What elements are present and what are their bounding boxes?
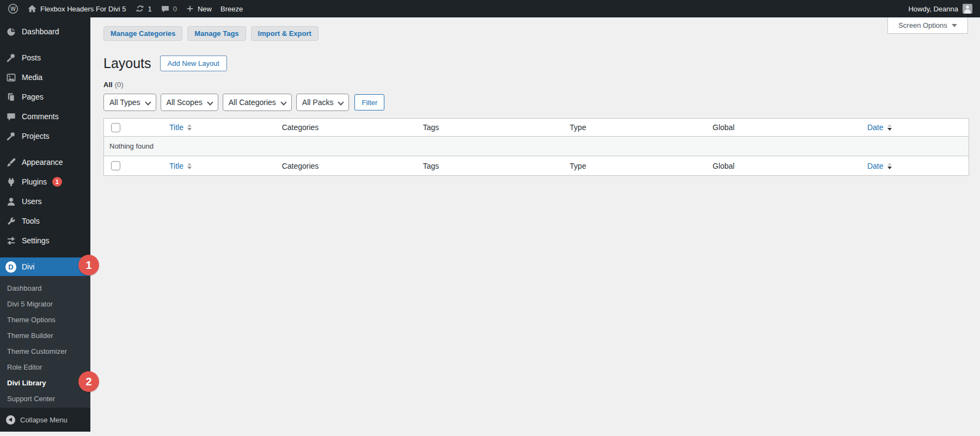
submenu-item-label: Theme Builder — [7, 331, 53, 340]
sidebar-item-label: Users — [22, 197, 42, 206]
sidebar-item-media[interactable]: Media — [0, 67, 90, 87]
sidebar-item-pages[interactable]: Pages — [0, 87, 90, 107]
screen-options-label: Screen Options — [898, 21, 947, 29]
chevron-down-icon — [207, 99, 213, 105]
divi-submenu: Dashboard Divi 5 Migrator Theme Options … — [0, 276, 90, 412]
pages-icon — [5, 91, 16, 102]
submenu-item-label: Divi 5 Migrator — [7, 300, 53, 308]
sidebar-item-label: Projects — [22, 132, 50, 140]
annotation-step-1-badge: 1 — [78, 255, 99, 275]
library-toolbar: Manage Categories Manage Tags Import & E… — [103, 26, 969, 41]
sort-by-title[interactable]: Title — [169, 162, 192, 170]
updates-icon — [135, 4, 145, 14]
dashboard-icon — [5, 26, 16, 37]
breeze-label: Breeze — [220, 5, 243, 13]
sidebar-item-label: Appearance — [22, 158, 63, 167]
sidebar-item-dashboard[interactable]: Dashboard — [0, 22, 90, 41]
update-count: 1 — [148, 5, 152, 13]
collapse-menu-label: Collapse Menu — [20, 416, 68, 424]
column-date-label: Date — [867, 123, 884, 132]
account-menu[interactable]: Howdy, Deanna — [908, 4, 972, 14]
collapse-arrow-icon — [6, 415, 15, 425]
user-icon — [5, 196, 16, 207]
sidebar-item-posts[interactable]: Posts — [0, 48, 90, 67]
table-footer-row: Title Categories Tags Type Global Date — [104, 156, 969, 176]
import-export-button[interactable]: Import & Export — [251, 26, 318, 41]
submenu-item-label: Dashboard — [7, 284, 42, 292]
select-all-checkbox[interactable] — [111, 123, 120, 132]
sidebar-item-projects[interactable]: Projects — [0, 126, 90, 146]
submenu-item-label: Theme Customizer — [7, 347, 67, 355]
comments-bubble-icon — [161, 4, 170, 14]
packs-filter-value: All Packs — [302, 98, 334, 107]
column-date-label: Date — [867, 162, 884, 170]
media-icon — [5, 72, 16, 83]
screen-options-button[interactable]: Screen Options — [887, 17, 968, 34]
add-new-layout-button[interactable]: Add New Layout — [160, 56, 227, 71]
sidebar-item-appearance[interactable]: Appearance — [0, 152, 90, 172]
sidebar-item-settings[interactable]: Settings — [0, 231, 90, 250]
types-filter-select[interactable]: All Types — [103, 94, 156, 111]
comments-icon — [5, 111, 16, 122]
categories-filter-select[interactable]: All Categories — [223, 94, 292, 111]
column-title-label: Title — [169, 123, 183, 132]
plugins-update-badge: 1 — [52, 177, 62, 187]
submenu-item-theme-customizer[interactable]: Theme Customizer — [0, 343, 90, 359]
collapse-menu-button[interactable]: Collapse Menu — [0, 408, 90, 432]
layouts-table: Title Categories Tags Type Global Date — [103, 118, 969, 176]
sort-by-date[interactable]: Date — [867, 162, 892, 170]
site-name: Flexbox Headers For Divi 5 — [40, 5, 126, 13]
site-name-link[interactable]: Flexbox Headers For Divi 5 — [27, 4, 126, 14]
sidebar-item-divi[interactable]: D Divi — [0, 257, 90, 276]
sidebar-item-users[interactable]: Users — [0, 192, 90, 211]
types-filter-value: All Types — [109, 98, 140, 107]
howdy-text: Howdy, Deanna — [908, 5, 958, 13]
sidebar-item-label: Divi — [22, 262, 34, 271]
select-all-checkbox[interactable] — [111, 161, 120, 170]
plus-icon — [186, 4, 194, 13]
sort-by-title[interactable]: Title — [169, 123, 192, 132]
submenu-item-role-editor[interactable]: Role Editor — [0, 359, 90, 375]
empty-message: Nothing found — [104, 137, 969, 156]
manage-tags-button[interactable]: Manage Tags — [187, 26, 246, 41]
sidebar-item-tools[interactable]: Tools — [0, 211, 90, 231]
view-all-link[interactable]: All — [103, 81, 113, 89]
scopes-filter-select[interactable]: All Scopes — [161, 94, 218, 111]
wordpress-logo-icon: W — [8, 3, 19, 14]
packs-filter-select[interactable]: All Packs — [296, 94, 350, 111]
empty-table-row: Nothing found — [104, 137, 969, 156]
comment-count: 0 — [173, 5, 177, 13]
filter-button[interactable]: Filter — [354, 94, 384, 110]
new-content-link[interactable]: New — [186, 4, 212, 13]
sidebar-item-comments[interactable]: Comments — [0, 107, 90, 126]
sort-arrows-icon — [187, 124, 192, 131]
divi-logo-icon: D — [5, 261, 16, 272]
submenu-item-theme-options[interactable]: Theme Options — [0, 312, 90, 328]
sort-arrows-icon — [187, 163, 192, 169]
comments-link[interactable]: 0 — [161, 4, 177, 14]
admin-bar: W Flexbox Headers For Divi 5 1 0 New Bre… — [0, 0, 980, 17]
sort-by-date[interactable]: Date — [867, 123, 892, 132]
brush-icon — [5, 157, 16, 168]
updates-link[interactable]: 1 — [135, 4, 152, 14]
chevron-down-icon — [338, 99, 344, 105]
sort-arrows-icon — [887, 163, 892, 169]
chevron-down-icon — [145, 99, 151, 105]
submenu-item-theme-builder[interactable]: Theme Builder — [0, 328, 90, 343]
sidebar-item-plugins[interactable]: Plugins 1 — [0, 172, 90, 192]
column-title-label: Title — [169, 162, 183, 170]
manage-categories-button[interactable]: Manage Categories — [103, 26, 182, 41]
submenu-item-divi-5-migrator[interactable]: Divi 5 Migrator — [0, 296, 90, 312]
breeze-menu[interactable]: Breeze — [220, 5, 243, 13]
sidebar-item-label: Dashboard — [22, 27, 59, 36]
submenu-item-support-center[interactable]: Support Center — [0, 391, 90, 407]
column-categories-label: Categories — [238, 156, 363, 176]
submenu-item-dashboard[interactable]: Dashboard — [0, 280, 90, 296]
submenu-item-divi-library[interactable]: Divi Library — [0, 375, 90, 391]
wordpress-menu[interactable]: W — [8, 3, 19, 14]
submenu-item-label: Role Editor — [7, 363, 42, 371]
avatar — [963, 4, 972, 14]
column-tags-label: Tags — [363, 156, 499, 176]
column-categories-label: Categories — [238, 119, 363, 137]
annotation-step-2-badge: 2 — [78, 371, 99, 392]
